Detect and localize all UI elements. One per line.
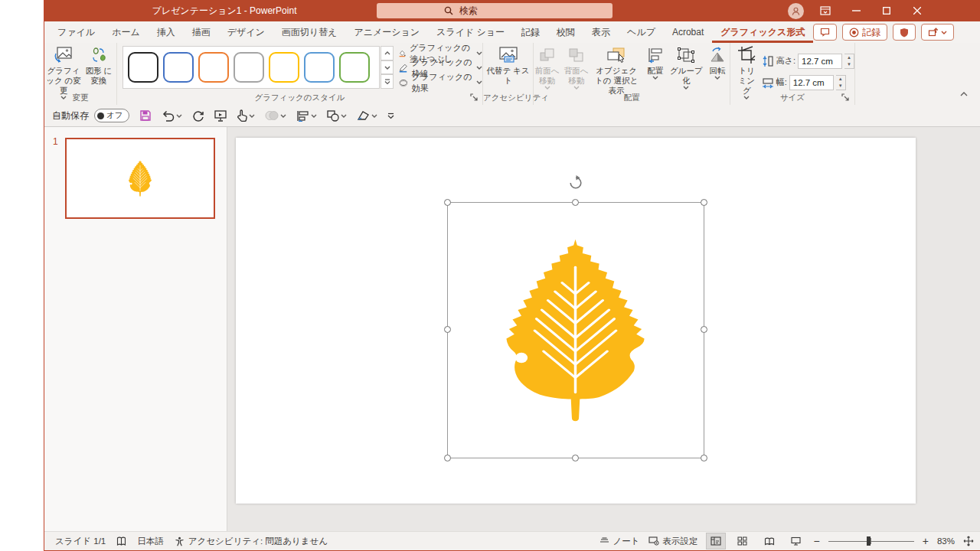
normal-view-button[interactable] [707,533,725,549]
align-left-icon [296,110,309,122]
chevron-down-icon [476,51,482,55]
search-box[interactable]: 検索 [377,3,612,18]
resize-handle-sw[interactable] [444,455,451,461]
reading-view-icon [764,537,775,546]
touch-mouse-mode-button[interactable] [237,109,255,122]
tab-transitions[interactable]: 画面切り替え [273,21,346,43]
record-label: 記録 [862,26,880,39]
share-icon [928,28,938,37]
tab-draw[interactable]: 描画 [184,21,219,43]
slide-sorter-view-button[interactable] [733,533,752,549]
save-button[interactable] [139,109,152,122]
style-swatch[interactable] [163,52,194,83]
tab-view[interactable]: 表示 [583,21,619,43]
align-objects-button[interactable] [296,110,317,122]
chevron-down-icon [652,76,658,80]
notes-button[interactable]: ノート [599,536,640,547]
shapes-button[interactable] [327,110,347,122]
tab-help[interactable]: ヘルプ [619,21,664,43]
convert-to-shape-label: 図形 に変換 [83,66,115,86]
zoom-level[interactable]: 83% [937,536,955,546]
zoom-slider-thumb[interactable] [867,536,871,546]
slideshow-view-button[interactable] [787,533,805,549]
reading-view-button[interactable] [760,533,779,549]
style-swatch[interactable] [198,52,229,83]
search-icon [444,6,453,15]
maximize-button[interactable] [871,0,902,21]
zoom-in-button[interactable]: + [923,535,929,547]
change-graphic-label: グラフィック の変更 [46,66,81,96]
autosave-toggle[interactable]: オフ [94,109,129,122]
tab-record[interactable]: 記録 [513,21,548,43]
send-backward-icon [568,47,585,64]
group-objects-label: グループ化 [670,66,704,86]
accessibility-icon [175,536,185,546]
minimize-button[interactable] [841,0,871,21]
tab-home[interactable]: ホーム [103,21,149,43]
tab-design[interactable]: デザイン [219,21,273,43]
slide-indicator[interactable]: スライド 1/1 [55,536,106,547]
height-spinner[interactable]: ▲▼ [844,54,854,69]
graphic-effects-button[interactable]: グラフィックの効果 [399,76,482,89]
accessibility-status-text: アクセシビリティ: 問題ありません [188,536,328,547]
ribbon-display-options-button[interactable] [810,0,841,21]
ribbon: グラフィック の変更 図形 に変換 変更 [44,43,980,105]
collapse-ribbon-button[interactable] [960,92,969,101]
resize-handle-n[interactable] [572,199,579,206]
share-button[interactable] [921,24,954,41]
height-input[interactable] [798,54,842,69]
rotate-label: 回転 [710,66,726,76]
resize-handle-ne[interactable] [701,199,707,206]
accessibility-status[interactable]: アクセシビリティ: 問題ありません [175,536,328,547]
resize-handle-e[interactable] [701,326,707,333]
fill-bucket-icon [399,48,406,59]
zoom-out-button[interactable]: − [814,535,820,547]
gallery-more-button[interactable] [381,74,394,89]
tab-slideshow[interactable]: スライド ショー [428,21,513,43]
sensitivity-button[interactable] [893,24,916,41]
merge-shapes-button[interactable] [265,110,286,121]
shield-icon [900,28,909,37]
style-swatch[interactable] [128,52,158,83]
customize-qat-button[interactable] [387,112,394,119]
width-spinner[interactable]: ▲▼ [836,75,846,90]
style-swatch[interactable] [339,52,370,83]
freeform-draw-button[interactable] [357,110,377,121]
close-button[interactable] [902,0,933,21]
send-backward-label: 背面へ 移動 [563,66,590,86]
gallery-scroll-up-button[interactable] [381,46,394,60]
tab-insert[interactable]: 挿入 [149,21,184,43]
chevron-down-icon [384,66,390,70]
height-icon [762,55,774,67]
resize-handle-se[interactable] [701,455,707,461]
style-swatch[interactable] [234,52,264,83]
tab-animations[interactable]: アニメーション [345,21,428,43]
tab-acrobat[interactable]: Acrobat [664,21,712,43]
style-swatch[interactable] [269,52,299,83]
undo-button[interactable] [162,110,182,122]
start-slideshow-button[interactable] [214,110,227,122]
rotate-handle-icon [568,175,583,191]
chevron-down-icon [941,31,947,34]
zoom-slider[interactable] [828,533,914,549]
resize-handle-nw[interactable] [444,199,451,206]
style-swatch[interactable] [304,52,335,83]
tab-file[interactable]: ファイル [49,21,103,43]
save-icon [139,109,152,122]
merge-shapes-icon [265,110,279,121]
slide-thumbnail[interactable] [65,138,215,219]
account-avatar[interactable] [788,3,804,19]
gallery-scroll-down-button[interactable] [381,60,394,75]
resize-handle-s[interactable] [572,455,579,461]
display-settings-button[interactable]: 表示設定 [648,536,698,547]
resize-handle-w[interactable] [444,326,451,333]
fit-to-window-button[interactable] [963,536,974,546]
spell-check-button[interactable] [116,536,126,546]
outline-pen-icon [399,63,408,73]
autosave-state: オフ [106,110,123,121]
width-input[interactable] [789,75,834,90]
redo-button[interactable] [192,109,204,122]
rotate-handle[interactable] [568,175,583,191]
language-indicator[interactable]: 日本語 [137,536,164,547]
tab-review[interactable]: 校閲 [548,21,583,43]
